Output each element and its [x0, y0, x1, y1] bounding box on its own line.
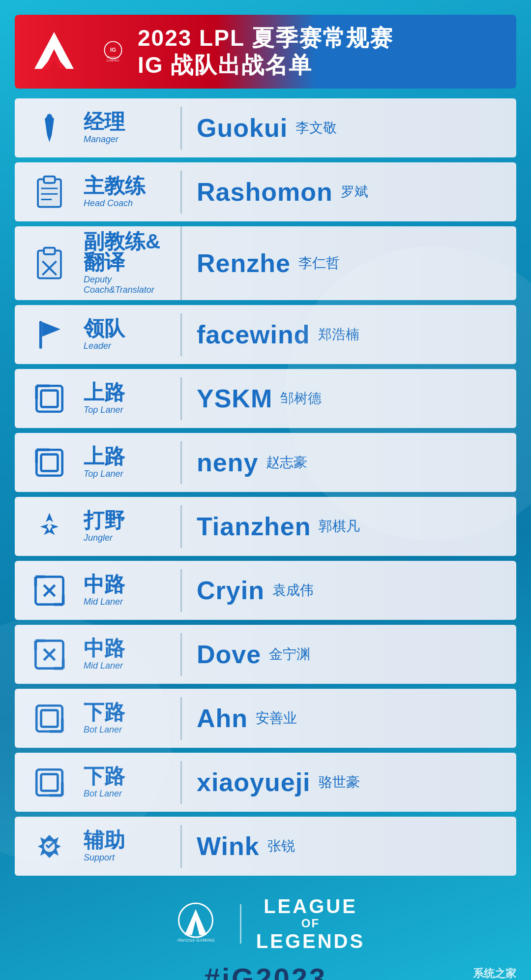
player-info: Renzhe 李仁哲: [182, 244, 516, 283]
role-info: 辅助 Support: [84, 825, 182, 868]
role-icon: [15, 309, 84, 361]
player-cn-name: 金宁渊: [269, 645, 310, 664]
role-icon: [15, 102, 84, 154]
player-info: facewind 郑浩楠: [182, 315, 516, 354]
roster-row: 中路 Mid Laner Cryin 袁成伟: [15, 561, 516, 620]
player-info: Cryin 袁成伟: [182, 571, 516, 610]
player-ign: facewind: [197, 320, 310, 349]
player-cn-name: 罗斌: [341, 183, 368, 201]
svg-marker-0: [34, 32, 74, 69]
player-cn-name: 骆世豪: [319, 773, 360, 792]
player-cn-name: 李文敬: [295, 119, 337, 137]
role-icon: [15, 629, 84, 680]
roster-row: 下路 Bot Laner Ahn 安善业: [15, 689, 516, 748]
role-en: Bot Laner: [84, 789, 122, 799]
player-cn-name: 赵志豪: [266, 453, 307, 472]
role-info: 上路 Top Laner: [84, 377, 182, 420]
role-cn: 下路: [84, 766, 125, 787]
roster-row: 领队 Leader facewind 郑浩楠: [15, 305, 516, 364]
svg-text:GAMING: GAMING: [107, 59, 120, 62]
role-icon: [15, 565, 84, 616]
roster-row: 上路 Top Laner neny 赵志豪: [15, 433, 516, 492]
svg-rect-15: [39, 321, 42, 348]
role-info: 副教练&翻译 Deputy Coach&Translator: [84, 226, 182, 300]
player-info: Dove 金宁渊: [182, 635, 516, 674]
role-en: Top Laner: [84, 405, 123, 415]
roster-row: 下路 Bot Laner xiaoyueji 骆世豪: [15, 753, 516, 812]
player-info: Tianzhen 郭棋凡: [182, 507, 516, 546]
watermark: 系统之家 XITONGWANG: [452, 966, 516, 980]
player-ign: neny: [197, 448, 258, 477]
role-info: 中路 Mid Laner: [84, 633, 182, 676]
player-ign: Rashomon: [197, 177, 333, 207]
player-ign: Tianzhen: [197, 512, 311, 541]
role-en: Mid Laner: [84, 597, 123, 607]
svg-text:IG: IG: [110, 47, 116, 53]
player-cn-name: 袁成伟: [272, 581, 314, 600]
role-icon: [15, 437, 84, 489]
footer-divider: [240, 904, 241, 944]
player-info: Guokui 李文敬: [182, 108, 516, 148]
header-logos: IG ·iNvictus· GAMING: [30, 27, 138, 76]
role-en: Manager: [84, 134, 118, 145]
role-cn: 经理: [84, 112, 125, 132]
svg-rect-43: [41, 774, 58, 791]
player-cn-name: 邹树德: [280, 389, 322, 408]
roster-list: 经理 Manager Guokui 李文敬 主教练 Head Coach: [15, 98, 516, 876]
hashtag: #iG2023: [204, 962, 327, 980]
roster-row: 上路 Top Laner YSKM 邹树德: [15, 369, 516, 428]
svg-text:·iNvictus·: ·iNvictus·: [106, 56, 120, 59]
role-info: 经理 Manager: [84, 107, 182, 150]
player-ign: xiaoyueji: [197, 767, 311, 797]
role-cn: 上路: [84, 382, 125, 403]
player-cn-name: 郭棋凡: [319, 517, 360, 536]
player-ign: Cryin: [197, 576, 265, 605]
role-cn: 副教练&翻译: [84, 231, 176, 273]
svg-rect-7: [44, 177, 55, 183]
lol-of: OF: [256, 917, 365, 930]
roster-row: 副教练&翻译 Deputy Coach&Translator Renzhe 李仁…: [15, 226, 516, 300]
player-info: Wink 张锐: [182, 827, 516, 866]
role-en: Jungler: [84, 533, 113, 543]
footer-ig-logo: ·iNvictus·GAMING: [166, 902, 225, 946]
role-en: Support: [84, 853, 115, 863]
footer: ·iNvictus·GAMING LEAGUE OF LEGENDS #iG20…: [15, 895, 516, 980]
role-cn: 中路: [84, 638, 125, 659]
role-cn: 打野: [84, 510, 125, 531]
role-info: 领队 Leader: [84, 313, 182, 356]
role-cn: 辅助: [84, 830, 125, 851]
role-icon: [15, 166, 84, 218]
roster-row: 打野 Jungler Tianzhen 郭棋凡: [15, 497, 516, 556]
header-title-line1: 2023 LPL 夏季赛常规赛: [138, 25, 393, 52]
lol-league: LEAGUE: [256, 895, 365, 917]
player-ign: Renzhe: [197, 248, 291, 278]
roster-row: 主教练 Head Coach Rashomon 罗斌: [15, 162, 516, 221]
ig-white-logo: IG ·iNvictus· GAMING: [88, 34, 138, 69]
player-ign: Ahn: [197, 704, 248, 733]
role-icon: [15, 693, 84, 744]
roster-row: 中路 Mid Laner Dove 金宁渊: [15, 625, 516, 684]
watermark-cn: 系统之家: [452, 966, 516, 980]
svg-text:·iNvictus·GAMING: ·iNvictus·GAMING: [176, 938, 215, 943]
role-cn: 上路: [84, 446, 125, 467]
ig-red-logo: [30, 27, 79, 76]
player-cn-name: 张锐: [267, 837, 295, 856]
svg-rect-39: [41, 710, 58, 727]
role-en: Bot Laner: [84, 725, 122, 735]
role-info: 下路 Bot Laner: [84, 761, 182, 804]
lol-logo: LEAGUE OF LEGENDS: [256, 895, 365, 951]
role-cn: 主教练: [84, 176, 146, 196]
player-info: neny 赵志豪: [182, 443, 516, 482]
role-icon: [15, 373, 84, 425]
role-en: Mid Laner: [84, 661, 123, 671]
header-title-line2: IG 战队出战名单: [138, 52, 393, 79]
role-info: 主教练 Head Coach: [84, 171, 182, 214]
svg-rect-17: [41, 391, 58, 407]
role-cn: 领队: [84, 318, 125, 339]
roster-row: 经理 Manager Guokui 李文敬: [15, 98, 516, 157]
lol-legends: LEGENDS: [256, 930, 365, 952]
roster-row: 辅助 Support Wink 张锐: [15, 817, 516, 876]
player-info: xiaoyueji 骆世豪: [182, 763, 516, 802]
role-en: Head Coach: [84, 198, 133, 209]
player-ign: Wink: [197, 831, 260, 861]
